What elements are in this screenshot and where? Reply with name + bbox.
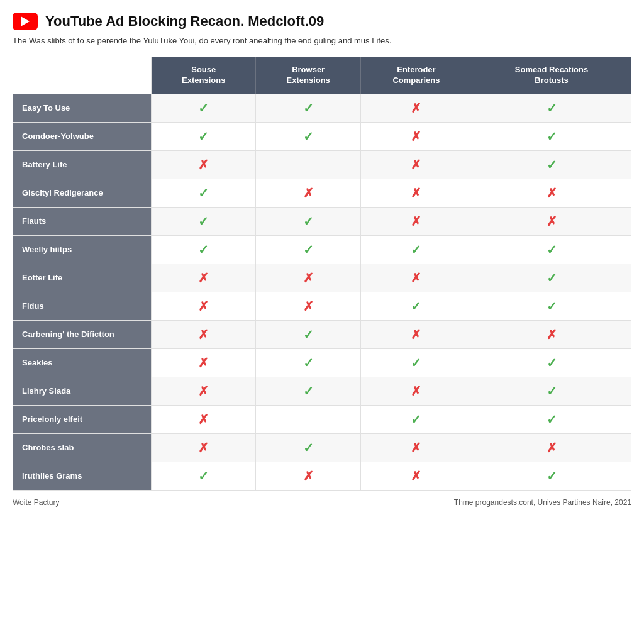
row-label: Fidus xyxy=(13,292,152,320)
check-icon: ✓ xyxy=(547,243,557,257)
cross-icon: ✗ xyxy=(411,186,421,200)
cross-icon: ✗ xyxy=(411,271,421,285)
cell-13-3: ✓ xyxy=(472,462,631,490)
check-icon: ✓ xyxy=(411,299,421,313)
table-row: Comdoer-Yolwube✓✓✗✓ xyxy=(13,122,631,150)
cell-0-0: ✓ xyxy=(152,94,256,122)
play-icon xyxy=(21,16,30,26)
table-row: Lishry Slada✗✓✗✓ xyxy=(13,377,631,405)
row-label: Giscityl Redigerance xyxy=(13,179,152,207)
cross-icon: ✗ xyxy=(303,469,314,483)
table-row: Flauts✓✓✗✗ xyxy=(13,207,631,235)
cell-9-0: ✗ xyxy=(152,348,256,377)
check-icon: ✓ xyxy=(303,328,314,341)
cross-icon: ✗ xyxy=(547,441,557,455)
cell-8-2: ✗ xyxy=(360,320,472,348)
cross-icon: ✗ xyxy=(303,271,314,285)
check-icon: ✓ xyxy=(303,130,314,143)
cross-icon: ✗ xyxy=(411,469,421,483)
cell-13-1: ✗ xyxy=(256,462,360,490)
cross-icon: ✗ xyxy=(198,413,209,426)
cell-5-2: ✓ xyxy=(360,235,472,264)
cross-icon: ✗ xyxy=(198,384,209,398)
cell-6-2: ✗ xyxy=(360,264,472,292)
check-icon: ✓ xyxy=(547,101,557,115)
cell-7-2: ✓ xyxy=(360,292,472,320)
page-footer: Woite Pactury Thme progandests.cont, Uni… xyxy=(13,498,631,507)
column-header-4: Somead RecationsBrotusts xyxy=(472,57,631,94)
cell-3-2: ✗ xyxy=(360,179,472,207)
table-row: Easy To Use✓✓✗✓ xyxy=(13,94,631,122)
check-icon: ✓ xyxy=(198,101,209,115)
check-icon: ✓ xyxy=(547,413,557,426)
cell-5-1: ✓ xyxy=(256,235,360,264)
cell-12-3: ✗ xyxy=(472,433,631,462)
cell-1-3: ✓ xyxy=(472,122,631,150)
cell-7-1: ✗ xyxy=(256,292,360,320)
cell-11-0: ✗ xyxy=(152,405,256,433)
cell-10-0: ✗ xyxy=(152,377,256,405)
cell-8-0: ✗ xyxy=(152,320,256,348)
row-label: Pricelonly elfeit xyxy=(13,405,152,433)
check-icon: ✓ xyxy=(303,214,314,228)
cell-12-2: ✗ xyxy=(360,433,472,462)
cell-6-0: ✗ xyxy=(152,264,256,292)
cell-4-3: ✗ xyxy=(472,207,631,235)
row-label: Carbening' the Difictton xyxy=(13,320,152,348)
cell-12-1: ✓ xyxy=(256,433,360,462)
comparison-table: SouseExtensions BrowserExtensions Entero… xyxy=(13,57,631,491)
check-icon: ✓ xyxy=(411,356,421,370)
column-header-3: EnteroderCompariens xyxy=(360,57,472,94)
cross-icon: ✗ xyxy=(411,384,421,398)
cell-10-2: ✗ xyxy=(360,377,472,405)
cell-2-1: - xyxy=(256,150,360,179)
cell-9-3: ✓ xyxy=(472,348,631,377)
check-icon: ✓ xyxy=(198,469,209,483)
cell-10-3: ✓ xyxy=(472,377,631,405)
check-icon: ✓ xyxy=(547,130,557,143)
cell-1-1: ✓ xyxy=(256,122,360,150)
cell-11-2: ✓ xyxy=(360,405,472,433)
cross-icon: ✗ xyxy=(198,158,209,172)
check-icon: ✓ xyxy=(547,384,557,398)
row-label: Chrobes slab xyxy=(13,433,152,462)
row-label: Eotter Life xyxy=(13,264,152,292)
cell-5-3: ✓ xyxy=(472,235,631,264)
cell-5-0: ✓ xyxy=(152,235,256,264)
footer-right: Thme progandests.cont, Unives Partines N… xyxy=(454,498,631,507)
row-label: Flauts xyxy=(13,207,152,235)
check-icon: ✓ xyxy=(198,214,209,228)
cell-9-1: ✓ xyxy=(256,348,360,377)
row-label: Comdoer-Yolwube xyxy=(13,122,152,150)
check-icon: ✓ xyxy=(198,186,209,200)
cell-4-0: ✓ xyxy=(152,207,256,235)
table-row: Battery Life✗-✗✓ xyxy=(13,150,631,179)
table-row: Carbening' the Difictton✗✓✗✗ xyxy=(13,320,631,348)
cell-3-3: ✗ xyxy=(472,179,631,207)
table-row: Giscityl Redigerance✓✗✗✗ xyxy=(13,179,631,207)
cell-7-3: ✓ xyxy=(472,292,631,320)
column-header-1: SouseExtensions xyxy=(152,57,256,94)
check-icon: ✓ xyxy=(547,356,557,370)
table-row: Weelly hiitps✓✓✓✓ xyxy=(13,235,631,264)
check-icon: ✓ xyxy=(547,158,557,172)
row-label: Iruthiles Grams xyxy=(13,462,152,490)
cross-icon: ✗ xyxy=(198,299,209,313)
cell-0-1: ✓ xyxy=(256,94,360,122)
table-row: Fidus✗✗✓✓ xyxy=(13,292,631,320)
cell-4-1: ✓ xyxy=(256,207,360,235)
check-icon: ✓ xyxy=(547,271,557,285)
cross-icon: ✗ xyxy=(411,130,421,143)
cell-8-1: ✓ xyxy=(256,320,360,348)
check-icon: ✓ xyxy=(303,101,314,115)
check-icon: ✓ xyxy=(547,299,557,313)
cell-13-2: ✗ xyxy=(360,462,472,490)
row-label: Lishry Slada xyxy=(13,377,152,405)
cell-0-2: ✗ xyxy=(360,94,472,122)
cross-icon: ✗ xyxy=(198,356,209,370)
cell-3-0: ✓ xyxy=(152,179,256,207)
cross-icon: ✗ xyxy=(411,214,421,228)
cell-12-0: ✗ xyxy=(152,433,256,462)
cross-icon: ✗ xyxy=(411,441,421,455)
column-header-2: BrowserExtensions xyxy=(256,57,360,94)
